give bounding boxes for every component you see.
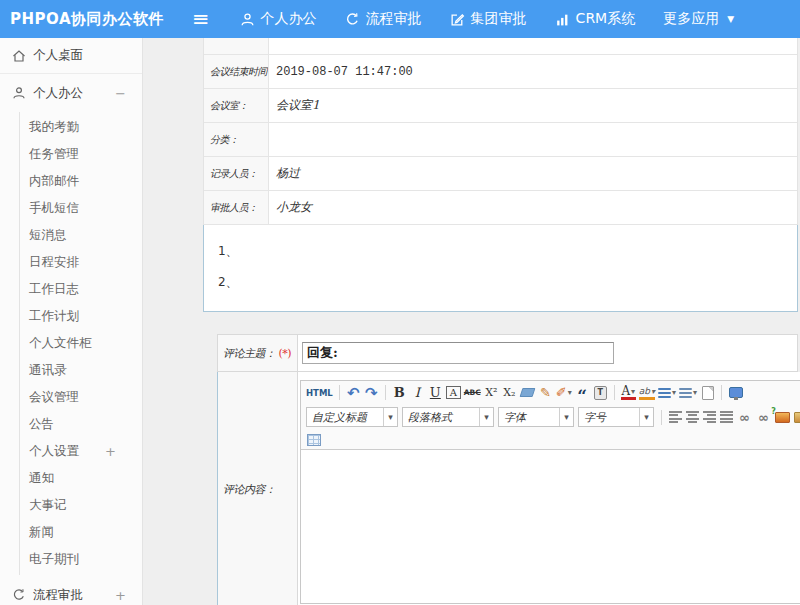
sidebar: 个人桌面 个人办公 − 我的考勤 任务管理 内部邮件 手机短信 短消息 日程安排…: [0, 38, 143, 605]
sidebar-item-news[interactable]: 新闻: [20, 519, 142, 546]
sidebar-sublist: 我的考勤 任务管理 内部邮件 手机短信 短消息 日程安排 工作日志 工作计划 个…: [19, 112, 142, 575]
sidebar-item-workflow-approval[interactable]: 流程审批 +: [0, 579, 142, 605]
sidebar-item-personal-files[interactable]: 个人文件柜: [20, 330, 142, 357]
format-painter-icon[interactable]: ✎: [538, 384, 553, 402]
table-row-clipped: [204, 38, 797, 55]
sidebar-item-task-management[interactable]: 任务管理: [20, 141, 142, 168]
comment-subject-row: 评论主题： (*): [217, 334, 798, 372]
process-arrow-icon: [12, 588, 26, 602]
meeting-content-box: 1、 2、: [203, 225, 798, 312]
rich-text-editor: HTML ↶ ↷ B I U A ABC X² X₂: [300, 380, 800, 604]
paragraph-format-select[interactable]: 段落格式 ▾: [402, 407, 494, 427]
sidebar-item-contacts[interactable]: 通讯录: [20, 357, 142, 384]
insert-table-icon[interactable]: [306, 431, 321, 449]
topbar: PHPOA协同办公软件 ≡ 个人办公 流程审批 集团审批 CRM系统 更多应用 …: [0, 0, 800, 38]
html-source-button[interactable]: HTML: [306, 384, 333, 402]
sidebar-item-label: 流程审批: [33, 587, 83, 604]
editor-toolbar-row3: [301, 430, 800, 449]
hamburger-menu-icon[interactable]: ≡: [192, 9, 210, 30]
comment-content-label: 评论内容：: [218, 372, 298, 605]
top-menu: 个人办公 流程审批 集团审批 CRM系统 更多应用 ▼: [240, 10, 735, 28]
font-color-icon[interactable]: A▾: [621, 385, 636, 400]
menu-item-crm[interactable]: CRM系统: [555, 10, 636, 28]
sidebar-item-label: 个人桌面: [33, 47, 83, 64]
insert-link-icon[interactable]: ∞: [737, 408, 752, 426]
align-left-icon[interactable]: [669, 411, 682, 423]
remove-link-icon[interactable]: ∞?: [756, 408, 771, 426]
fullscreen-icon[interactable]: [728, 384, 743, 402]
strikethrough-icon[interactable]: ABC: [464, 384, 481, 402]
unordered-list-icon[interactable]: ▾: [679, 384, 697, 402]
menu-item-personal-office[interactable]: 个人办公: [240, 10, 317, 28]
collapse-minus-icon[interactable]: −: [115, 86, 126, 101]
subscript-icon[interactable]: X₂: [502, 384, 517, 402]
format-block-icon[interactable]: A: [446, 386, 461, 399]
sidebar-item-schedule[interactable]: 日程安排: [20, 249, 142, 276]
menu-item-workflow-approval[interactable]: 流程审批: [345, 10, 422, 28]
content-line: 1、: [218, 243, 797, 260]
menu-item-group-approval[interactable]: 集团审批: [450, 10, 527, 28]
expand-plus-icon[interactable]: +: [115, 588, 126, 603]
underline-icon[interactable]: U: [428, 384, 443, 402]
superscript-icon[interactable]: X²: [484, 384, 499, 402]
chevron-down-icon: ▾: [559, 408, 573, 426]
main-content: 会议结束时间： 2019-08-07 11:47:00 会议室： 会议室1 分类…: [143, 38, 800, 605]
font-size-select[interactable]: 字号 ▾: [578, 407, 654, 427]
redo-icon[interactable]: ↷: [364, 384, 379, 402]
sidebar-item-short-message[interactable]: 短消息: [20, 222, 142, 249]
user-icon: [240, 12, 255, 27]
sidebar-item-desktop[interactable]: 个人桌面: [0, 38, 142, 74]
comment-form: 评论主题： (*) 评论内容： HTML ↶: [217, 334, 798, 605]
app-logo: PHPOA协同办公软件: [0, 10, 192, 29]
sidebar-item-my-attendance[interactable]: 我的考勤: [20, 114, 142, 141]
align-right-icon[interactable]: [703, 411, 716, 423]
paste-plain-text-icon[interactable]: T: [593, 384, 608, 402]
sidebar-item-personal-office[interactable]: 个人办公 −: [0, 74, 142, 112]
sidebar-item-meeting-management[interactable]: 会议管理: [20, 384, 142, 411]
sidebar-item-memorabilia[interactable]: 大事记: [20, 492, 142, 519]
quick-format-pen-icon[interactable]: ✐▾: [556, 384, 572, 402]
expand-plus-icon[interactable]: +: [105, 444, 116, 459]
field-label: 记录人员：: [204, 157, 269, 190]
meeting-info-table: 会议结束时间： 2019-08-07 11:47:00 会议室： 会议室1 分类…: [203, 38, 798, 225]
sidebar-item-notice[interactable]: 通知: [20, 465, 142, 492]
field-label: 会议室：: [204, 89, 269, 122]
sidebar-item-sms[interactable]: 手机短信: [20, 195, 142, 222]
insert-image-icon[interactable]: [775, 408, 790, 426]
sidebar-item-personal-settings[interactable]: 个人设置 +: [20, 438, 142, 465]
bold-icon[interactable]: B: [392, 384, 407, 402]
sidebar-item-work-plan[interactable]: 工作计划: [20, 303, 142, 330]
undo-icon[interactable]: ↶: [346, 384, 361, 402]
sidebar-item-internal-mail[interactable]: 内部邮件: [20, 168, 142, 195]
new-page-icon[interactable]: [700, 384, 715, 402]
menu-item-more-apps[interactable]: 更多应用 ▼: [663, 10, 734, 28]
italic-icon[interactable]: I: [410, 384, 425, 402]
table-row-recorder: 记录人员： 杨过: [204, 157, 797, 191]
align-center-icon[interactable]: [686, 411, 699, 423]
sidebar-item-work-log[interactable]: 工作日志: [20, 276, 142, 303]
field-label: 审批人员：: [204, 191, 269, 224]
process-arrow-icon: [345, 12, 360, 27]
menu-label: 个人办公: [261, 10, 317, 28]
editor-content[interactable]: [301, 449, 800, 603]
comment-subject-label: 评论主题： (*): [218, 335, 298, 371]
sidebar-item-e-journal[interactable]: 电子期刊: [20, 546, 142, 573]
chevron-down-icon: ▾: [479, 408, 493, 426]
heading-select[interactable]: 自定义标题 ▾: [306, 407, 398, 427]
remove-format-eraser-icon[interactable]: [520, 384, 535, 402]
sidebar-item-announcement[interactable]: 公告: [20, 411, 142, 438]
ordered-list-icon[interactable]: ▾: [658, 384, 676, 402]
comment-subject-input[interactable]: [302, 342, 614, 364]
screenshot-icon[interactable]: [794, 408, 800, 426]
field-value: 杨过: [269, 157, 797, 190]
field-label: 分类：: [204, 123, 269, 156]
highlight-color-icon[interactable]: ab▾: [639, 386, 655, 400]
menu-label: CRM系统: [576, 10, 636, 28]
blockquote-icon[interactable]: “: [575, 384, 590, 402]
menu-label: 集团审批: [471, 10, 527, 28]
font-family-select[interactable]: 字体 ▾: [498, 407, 574, 427]
content-line: 2、: [218, 274, 797, 291]
justify-icon[interactable]: [720, 411, 733, 423]
bar-chart-icon: [555, 12, 570, 27]
field-value: [269, 123, 797, 156]
